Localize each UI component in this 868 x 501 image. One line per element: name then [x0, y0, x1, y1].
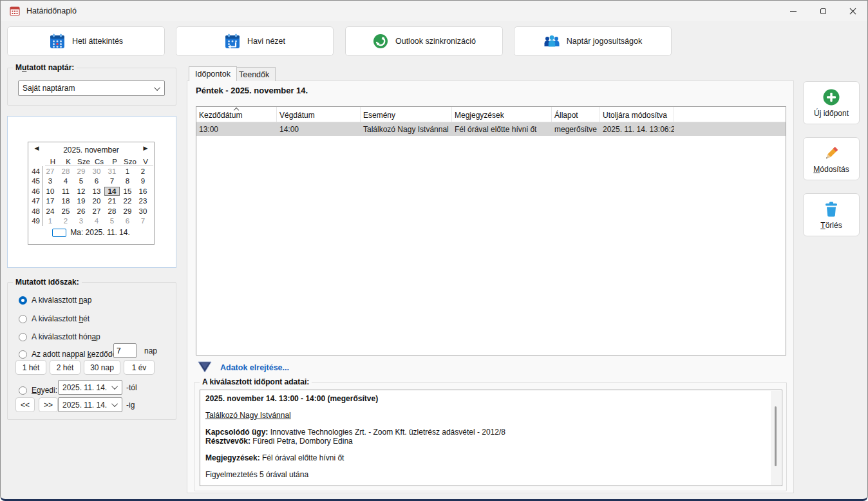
modify-button[interactable]: Módosítás	[803, 137, 860, 180]
calendar-day[interactable]: 2	[58, 217, 73, 225]
calendar-day[interactable]: 15	[120, 187, 135, 195]
weekly-overview-button[interactable]: Heti áttekintés	[7, 26, 165, 56]
calendar-day-header: P	[107, 158, 122, 165]
new-appointment-label: Új időpont	[814, 109, 849, 118]
calendar-day[interactable]: 3	[42, 177, 58, 185]
radio-selected-month[interactable]: A kiválasztott hónap	[19, 332, 100, 341]
calendar-day[interactable]: 8	[120, 177, 135, 185]
hide-details-link[interactable]: Adatok elrejtése...	[220, 363, 289, 372]
calendar-day[interactable]: 21	[104, 197, 120, 205]
outlook-sync-button[interactable]: Outlook szinkronizáció	[345, 26, 503, 56]
quick-period-button[interactable]: 30 nap	[84, 360, 120, 375]
close-button[interactable]	[838, 1, 867, 21]
details-notes-line: Megjegyzések: Fél órával előtte hívni őt	[205, 453, 765, 462]
quick-period-button[interactable]: 2 hét	[50, 360, 80, 375]
calendar-day[interactable]: 7	[135, 217, 151, 225]
app-calendar-icon	[10, 6, 20, 16]
calendar-day[interactable]: 1	[42, 217, 58, 225]
days-count-input[interactable]	[113, 343, 137, 358]
calendar-day[interactable]: 12	[73, 187, 89, 195]
details-scrollbar[interactable]	[771, 391, 781, 485]
calendar-day[interactable]: 7	[104, 177, 120, 185]
radio-custom-period[interactable]: Egyedi:	[19, 386, 57, 395]
calendar-day[interactable]: 13	[89, 187, 104, 195]
delete-button[interactable]: Törlés	[803, 193, 860, 236]
calendar-day[interactable]: 5	[73, 177, 89, 185]
calendar-day[interactable]: 27	[42, 167, 58, 175]
tab-todos[interactable]: Teendők	[232, 67, 276, 81]
calendar-day[interactable]: 4	[58, 177, 73, 185]
quick-period-button[interactable]: 1 hét	[15, 360, 46, 375]
calendar-day[interactable]: 4	[89, 217, 104, 225]
new-appointment-button[interactable]: Új időpont	[803, 81, 860, 124]
from-date-value: 2025. 11. 14.	[62, 383, 107, 392]
calendar-day[interactable]: 6	[89, 177, 104, 185]
selected-appointment-group: A kiválasztott időpont adatai: 2025. nov…	[194, 382, 787, 491]
calendar-day[interactable]: 29	[120, 207, 135, 215]
maximize-button[interactable]	[808, 1, 838, 21]
calendar-day[interactable]: 29	[73, 167, 89, 175]
column-header[interactable]: Utoljára módosítva	[600, 107, 674, 122]
column-header[interactable]: Kezdődátum	[196, 107, 277, 122]
calendar-permissions-button[interactable]: Naptár jogosultságok	[514, 26, 672, 56]
to-date-select[interactable]: 2025. 11. 14.	[58, 397, 122, 412]
calendar-day-selected[interactable]: 14	[104, 187, 120, 196]
step-back-button[interactable]: <<	[15, 397, 35, 412]
today-label[interactable]: Ma: 2025. 11. 14.	[70, 228, 130, 237]
calendar-day[interactable]: 1	[120, 167, 135, 175]
table-row[interactable]: 13:0014:00Találkozó Nagy IstvánnalFél ór…	[196, 122, 786, 136]
details-participants-line: Résztvevők: Füredi Petra, Dombory Edina	[205, 437, 765, 446]
calendar-day[interactable]: 6	[120, 217, 135, 225]
column-header[interactable]: Megjegyzések	[452, 107, 552, 122]
calendar-day[interactable]: 23	[135, 197, 151, 205]
calendar-day[interactable]: 5	[104, 217, 120, 225]
calendar-day[interactable]: 28	[58, 167, 73, 175]
appointment-details-area[interactable]: 2025. november 14. 13:00 - 14:00 (megerő…	[200, 390, 782, 486]
calendar-day[interactable]: 16	[135, 187, 151, 195]
hide-details-arrow-icon[interactable]	[197, 361, 212, 373]
minimize-button[interactable]	[778, 1, 808, 21]
today-indicator-box	[52, 229, 66, 237]
calendar-day[interactable]: 3	[73, 217, 89, 225]
calendar-day[interactable]: 31	[104, 167, 120, 175]
calendar-day[interactable]: 27	[89, 207, 104, 215]
appointments-table[interactable]: KezdődátumVégdátumEseményMegjegyzésekÁll…	[196, 106, 786, 355]
calendar-day[interactable]: 25	[58, 207, 73, 215]
calendar-select[interactable]: Saját naptáram	[18, 80, 165, 96]
calendar-day[interactable]: 10	[42, 187, 58, 195]
calendar-day[interactable]: 20	[89, 197, 104, 205]
calendar-day[interactable]: 30	[89, 167, 104, 175]
column-header[interactable]: Állapot	[552, 107, 600, 122]
month-calendar[interactable]: ◀ 2025. november ▶ HKSzeCsPSzoV 44272829…	[28, 142, 155, 245]
tab-appointments[interactable]: Időpontok	[189, 66, 237, 81]
calendar-day[interactable]: 30	[135, 207, 151, 215]
column-header[interactable]: Végdátum	[277, 107, 361, 122]
step-forward-label: >>	[44, 401, 53, 410]
from-date-select[interactable]: 2025. 11. 14.	[58, 380, 122, 395]
calendar-day[interactable]: 22	[120, 197, 135, 205]
monthly-view-button[interactable]: Havi nézet	[176, 26, 334, 56]
details-scrollbar-thumb[interactable]	[775, 406, 777, 466]
tab-todos-label: Teendők	[239, 70, 269, 79]
radio-selected-week[interactable]: A kiválasztott hét	[19, 314, 90, 323]
calendar-day[interactable]: 24	[42, 207, 58, 215]
table-cell: Találkozó Nagy Istvánnal	[361, 122, 452, 136]
next-month-icon[interactable]: ▶	[141, 145, 150, 151]
calendar-day[interactable]: 2	[135, 167, 151, 175]
calendar-day[interactable]: 17	[42, 197, 58, 205]
calendar-day[interactable]: 19	[73, 197, 89, 205]
column-header[interactable]: Esemény	[361, 107, 452, 122]
prev-month-icon[interactable]: ◀	[32, 145, 41, 151]
week-number: 49	[28, 216, 42, 227]
calendar-day[interactable]: 26	[73, 207, 89, 215]
quick-period-button[interactable]: 1 év	[124, 360, 155, 375]
details-event-link[interactable]: Találkozó Nagy Istvánnal	[205, 411, 291, 420]
radio-selected-day[interactable]: A kiválasztott nap	[19, 296, 91, 305]
calendar-day[interactable]: 18	[58, 197, 73, 205]
radio-days-from-date[interactable]: Az adott nappal kezdődő	[19, 350, 117, 359]
sort-ascending-icon	[234, 108, 239, 113]
calendar-day[interactable]: 28	[104, 207, 120, 215]
calendar-day[interactable]: 9	[135, 177, 151, 185]
step-forward-button[interactable]: >>	[39, 397, 58, 412]
calendar-day[interactable]: 11	[58, 187, 73, 195]
